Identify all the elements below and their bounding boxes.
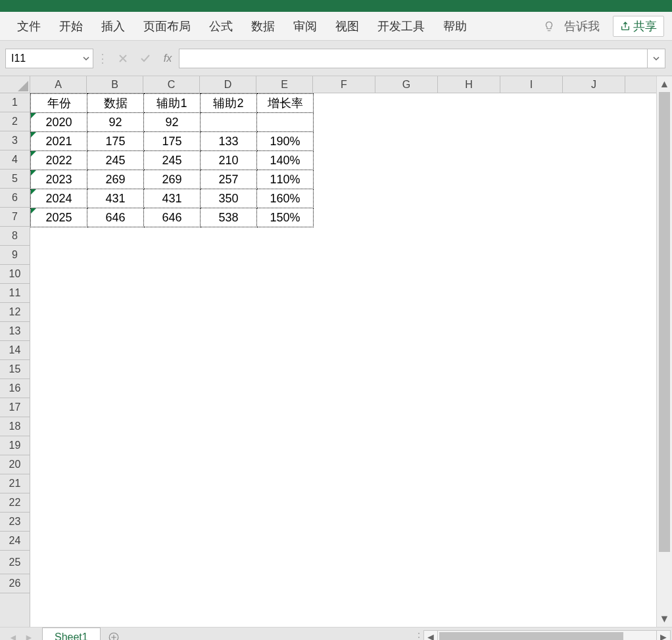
cell[interactable]: 245 bbox=[87, 151, 144, 170]
scroll-down-button[interactable]: ▼ bbox=[657, 611, 672, 627]
cell[interactable]: 数据 bbox=[87, 94, 144, 113]
cell[interactable] bbox=[201, 113, 257, 132]
new-sheet-button[interactable] bbox=[101, 628, 127, 640]
cells[interactable]: 年份 数据 辅助1 辅助2 增长率 2020 92 92 2021 175 17… bbox=[30, 93, 656, 627]
row-header[interactable]: 17 bbox=[0, 398, 30, 417]
sheet-nav-prev[interactable]: ◄ bbox=[5, 628, 21, 641]
cell[interactable]: 257 bbox=[201, 170, 257, 189]
cell[interactable]: 538 bbox=[201, 208, 257, 227]
cell[interactable]: 245 bbox=[144, 151, 201, 170]
cell[interactable]: 210 bbox=[201, 151, 257, 170]
row-header[interactable]: 9 bbox=[0, 246, 30, 265]
col-header-J[interactable]: J bbox=[563, 76, 625, 93]
cell[interactable]: 2021 bbox=[31, 132, 87, 151]
cell[interactable]: 160% bbox=[257, 189, 314, 208]
row-header[interactable]: 5 bbox=[0, 170, 30, 189]
scroll-left-button[interactable]: ◄ bbox=[423, 630, 438, 641]
sheet-tab-active[interactable]: Sheet1 bbox=[42, 628, 101, 640]
tab-developer[interactable]: 开发工具 bbox=[368, 12, 434, 41]
tab-data[interactable]: 数据 bbox=[242, 12, 284, 41]
hscroll-split[interactable]: ⋮ bbox=[416, 628, 422, 640]
row-header[interactable]: 12 bbox=[0, 303, 30, 322]
col-header-A[interactable]: A bbox=[30, 76, 87, 93]
col-header-D[interactable]: D bbox=[200, 76, 256, 93]
cell[interactable]: 110% bbox=[257, 170, 314, 189]
cell[interactable]: 辅助1 bbox=[144, 94, 201, 113]
col-header-H[interactable]: H bbox=[438, 76, 500, 93]
cell[interactable]: 133 bbox=[201, 132, 257, 151]
tab-view[interactable]: 视图 bbox=[326, 12, 368, 41]
select-all-corner[interactable] bbox=[0, 76, 30, 93]
cell[interactable]: 431 bbox=[144, 189, 201, 208]
scroll-right-button[interactable]: ► bbox=[656, 630, 671, 641]
row-header[interactable]: 14 bbox=[0, 341, 30, 360]
cell[interactable]: 2025 bbox=[31, 208, 87, 227]
cell[interactable]: 431 bbox=[87, 189, 144, 208]
cell[interactable]: 92 bbox=[144, 113, 201, 132]
cell[interactable]: 2020 bbox=[31, 113, 87, 132]
cell[interactable]: 92 bbox=[87, 113, 144, 132]
col-header-E[interactable]: E bbox=[256, 76, 313, 93]
formula-input[interactable] bbox=[179, 49, 647, 68]
row-header[interactable]: 6 bbox=[0, 189, 30, 208]
grid-main[interactable]: A B C D E F G H I J 1 2 3 4 5 6 7 8 9 10… bbox=[0, 76, 656, 627]
cell[interactable]: 646 bbox=[87, 208, 144, 227]
tab-insert[interactable]: 插入 bbox=[92, 12, 134, 41]
vscroll-thumb[interactable] bbox=[659, 92, 670, 552]
hscroll-thumb[interactable] bbox=[439, 632, 623, 641]
col-header-G[interactable]: G bbox=[375, 76, 438, 93]
row-header[interactable]: 19 bbox=[0, 436, 30, 455]
tell-me-search[interactable]: 告诉我 bbox=[537, 18, 606, 34]
tab-formulas[interactable]: 公式 bbox=[200, 12, 242, 41]
cell[interactable]: 2023 bbox=[31, 170, 87, 189]
cell[interactable]: 175 bbox=[87, 132, 144, 151]
row-header[interactable]: 2 bbox=[0, 112, 30, 131]
row-header[interactable]: 24 bbox=[0, 532, 30, 551]
fx-label[interactable]: fx bbox=[156, 53, 179, 64]
cell[interactable]: 350 bbox=[201, 189, 257, 208]
scroll-up-button[interactable]: ▲ bbox=[657, 76, 672, 92]
cell[interactable]: 年份 bbox=[31, 94, 87, 113]
row-header[interactable]: 18 bbox=[0, 417, 30, 436]
cell[interactable]: 140% bbox=[257, 151, 314, 170]
hscroll-track[interactable] bbox=[438, 630, 656, 641]
cell[interactable]: 175 bbox=[144, 132, 201, 151]
col-header-I[interactable]: I bbox=[500, 76, 563, 93]
name-box-dropdown[interactable] bbox=[80, 55, 93, 62]
col-header-C[interactable]: C bbox=[143, 76, 200, 93]
row-header[interactable]: 25 bbox=[0, 551, 30, 574]
tab-page-layout[interactable]: 页面布局 bbox=[134, 12, 200, 41]
cell[interactable]: 辅助2 bbox=[201, 94, 257, 113]
tab-help[interactable]: 帮助 bbox=[434, 12, 476, 41]
col-header-F[interactable]: F bbox=[313, 76, 375, 93]
row-header[interactable]: 4 bbox=[0, 150, 30, 170]
tab-file[interactable]: 文件 bbox=[8, 12, 50, 41]
cell[interactable]: 646 bbox=[144, 208, 201, 227]
row-header[interactable]: 10 bbox=[0, 265, 30, 284]
row-header[interactable]: 15 bbox=[0, 360, 30, 379]
row-header[interactable]: 23 bbox=[0, 513, 30, 532]
tab-home[interactable]: 开始 bbox=[50, 12, 92, 41]
cell[interactable]: 269 bbox=[144, 170, 201, 189]
row-header[interactable]: 8 bbox=[0, 227, 30, 246]
row-header[interactable]: 13 bbox=[0, 322, 30, 341]
horizontal-scrollbar[interactable]: ◄ ► bbox=[422, 628, 672, 640]
row-header[interactable]: 21 bbox=[0, 474, 30, 493]
name-box[interactable] bbox=[6, 49, 80, 68]
row-header[interactable]: 20 bbox=[0, 455, 30, 474]
cell[interactable]: 269 bbox=[87, 170, 144, 189]
row-header[interactable]: 3 bbox=[0, 131, 30, 150]
share-button[interactable]: 共享 bbox=[613, 16, 664, 37]
vscroll-track[interactable] bbox=[657, 92, 672, 611]
row-header[interactable]: 1 bbox=[0, 93, 30, 112]
cell[interactable]: 150% bbox=[257, 208, 314, 227]
tab-review[interactable]: 审阅 bbox=[284, 12, 326, 41]
sheet-nav-next[interactable]: ► bbox=[21, 628, 37, 641]
row-header[interactable]: 7 bbox=[0, 208, 30, 227]
row-header[interactable]: 22 bbox=[0, 493, 30, 513]
cell[interactable]: 2022 bbox=[31, 151, 87, 170]
cancel-formula-button[interactable] bbox=[112, 49, 134, 68]
cell[interactable] bbox=[257, 113, 314, 132]
col-header-B[interactable]: B bbox=[87, 76, 143, 93]
cell[interactable]: 2024 bbox=[31, 189, 87, 208]
